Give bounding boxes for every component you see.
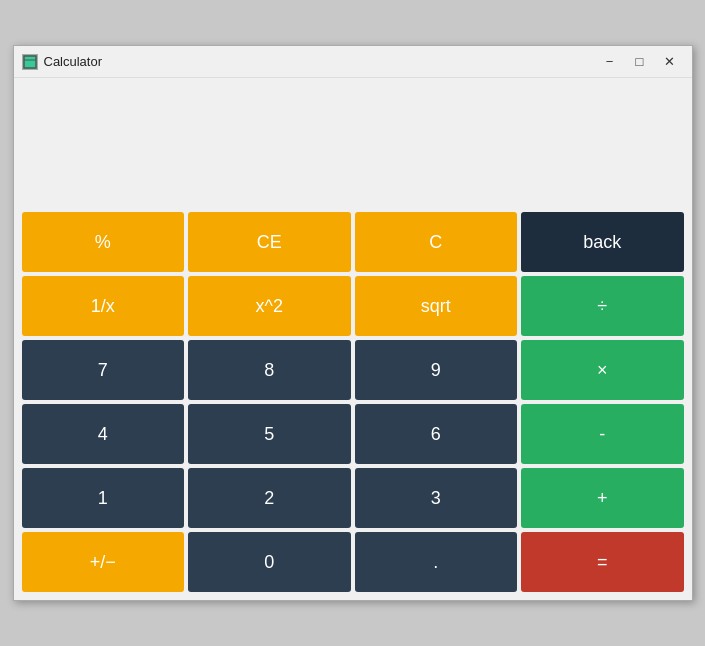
close-button[interactable]: ✕ <box>656 51 684 73</box>
five-button[interactable]: 5 <box>188 404 351 464</box>
minimize-button[interactable]: − <box>596 51 624 73</box>
display-area <box>14 78 692 208</box>
decimal-button[interactable]: . <box>355 532 518 592</box>
ce-button[interactable]: CE <box>188 212 351 272</box>
one-button[interactable]: 1 <box>22 468 185 528</box>
calculator-window: Calculator − □ ✕ %CECback1/xx^2sqrt÷789×… <box>13 45 693 601</box>
multiply-button[interactable]: × <box>521 340 684 400</box>
two-button[interactable]: 2 <box>188 468 351 528</box>
square-button[interactable]: x^2 <box>188 276 351 336</box>
window-title: Calculator <box>44 54 596 69</box>
equals-button[interactable]: = <box>521 532 684 592</box>
maximize-button[interactable]: □ <box>626 51 654 73</box>
app-icon <box>22 54 38 70</box>
clear-button[interactable]: C <box>355 212 518 272</box>
divide-button[interactable]: ÷ <box>521 276 684 336</box>
svg-rect-0 <box>24 56 36 68</box>
percent-button[interactable]: % <box>22 212 185 272</box>
reciprocal-button[interactable]: 1/x <box>22 276 185 336</box>
buttons-grid: %CECback1/xx^2sqrt÷789×456-123++/−0.= <box>14 208 692 600</box>
back-button[interactable]: back <box>521 212 684 272</box>
seven-button[interactable]: 7 <box>22 340 185 400</box>
sqrt-button[interactable]: sqrt <box>355 276 518 336</box>
add-button[interactable]: + <box>521 468 684 528</box>
negate-button[interactable]: +/− <box>22 532 185 592</box>
window-controls: − □ ✕ <box>596 51 684 73</box>
three-button[interactable]: 3 <box>355 468 518 528</box>
six-button[interactable]: 6 <box>355 404 518 464</box>
title-bar: Calculator − □ ✕ <box>14 46 692 78</box>
four-button[interactable]: 4 <box>22 404 185 464</box>
subtract-button[interactable]: - <box>521 404 684 464</box>
nine-button[interactable]: 9 <box>355 340 518 400</box>
eight-button[interactable]: 8 <box>188 340 351 400</box>
zero-button[interactable]: 0 <box>188 532 351 592</box>
